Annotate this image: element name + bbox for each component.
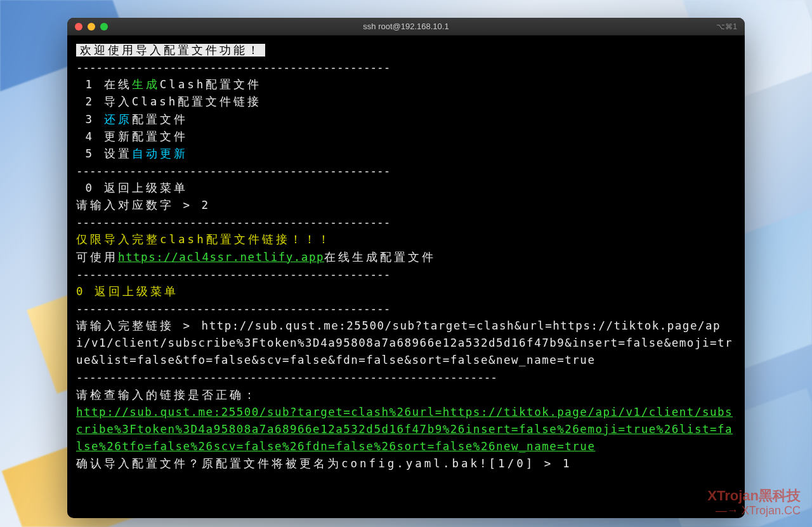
terminal-body[interactable]: 欢迎使用导入配置文件功能！ --------------------------… <box>67 36 745 479</box>
menu-item-2: 2 导入Clash配置文件链接 <box>76 95 261 108</box>
help-link[interactable]: https://acl4ssr.netlify.app <box>118 251 324 264</box>
separator: ----------------------------------------… <box>76 164 390 177</box>
window-title: ssh root@192.168.10.1 <box>67 22 745 31</box>
menu-item-5: 5 设置自动更新 <box>76 147 188 160</box>
check-link[interactable]: http://sub.qust.me:25500/sub?target=clas… <box>76 406 733 453</box>
menu-item-4: 4 更新配置文件 <box>76 130 188 143</box>
menu-back-2: 0 返回上级菜单 <box>76 285 178 298</box>
confirm-line: 确认导入配置文件？原配置文件将被更名为config.yaml.bak![1/0]… <box>76 457 570 470</box>
check-label: 请检查输入的链接是否正确： <box>76 389 258 401</box>
separator: ----------------------------------------… <box>76 216 390 229</box>
window-shortcut: ⌥⌘1 <box>716 22 737 31</box>
menu-back: 0 返回上级菜单 <box>76 182 188 194</box>
prompt-url: 请输入完整链接 > http://sub.qust.me:25500/sub?t… <box>76 319 733 366</box>
separator: ----------------------------------------… <box>76 61 390 74</box>
watermark-line1: XTrojan黑科技 <box>707 488 801 504</box>
terminal-window: ssh root@192.168.10.1 ⌥⌘1 欢迎使用导入配置文件功能！ … <box>67 18 745 518</box>
prompt-choice: 请输入对应数字 > 2 <box>76 199 211 211</box>
menu-item-1: 1 在线生成Clash配置文件 <box>76 78 261 91</box>
separator: ----------------------------------------… <box>76 268 390 281</box>
menu-item-3: 3 还原配置文件 <box>76 113 188 126</box>
watermark: XTrojan黑科技 —→ XTrojan.CC <box>707 488 801 518</box>
banner: 欢迎使用导入配置文件功能！ <box>76 44 265 57</box>
help-line: 可使用https://acl4ssr.netlify.app在线生成配置文件 <box>76 251 436 264</box>
separator: ----------------------------------------… <box>76 302 390 315</box>
titlebar: ssh root@192.168.10.1 ⌥⌘1 <box>67 18 745 36</box>
separator: ----------------------------------------… <box>76 371 497 384</box>
note-warning: 仅限导入完整clash配置文件链接！！！ <box>76 233 332 246</box>
watermark-line2: —→ XTrojan.CC <box>707 504 801 518</box>
